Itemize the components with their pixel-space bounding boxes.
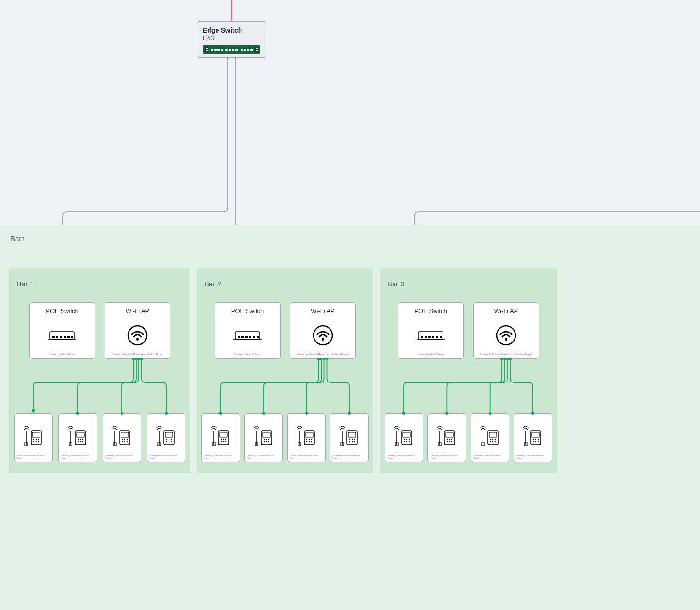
svg-point-50 — [122, 441, 123, 442]
bar-label: Bar 2 — [204, 280, 366, 288]
svg-point-40 — [78, 441, 79, 442]
svg-marker-66 — [31, 409, 36, 413]
svg-point-49 — [127, 439, 128, 440]
svg-rect-142 — [403, 432, 410, 437]
pos-terminal-node[interactable]: Created by Ruhan from the Noun Project — [514, 413, 552, 462]
svg-point-165 — [494, 439, 495, 440]
svg-point-30 — [33, 441, 34, 442]
pos-terminal-node[interactable]: Created by Ruhan from the Noun Project — [385, 413, 423, 462]
svg-point-52 — [127, 441, 128, 442]
poe-switch-node[interactable]: POE Switch Created by Alfan Zulkarni — [398, 302, 464, 359]
credit-text: Created by Ruhan from the Noun Project — [149, 455, 183, 460]
pos-terminal-icon — [296, 416, 317, 455]
svg-point-51 — [124, 441, 125, 442]
pos-terminal-icon — [111, 416, 133, 455]
pos-terminal-icon — [338, 416, 360, 455]
pos-terminal-node[interactable]: Created by Ruhan from the Noun Project — [14, 413, 53, 462]
svg-point-140 — [505, 338, 507, 341]
svg-point-61 — [169, 441, 169, 442]
svg-point-148 — [409, 441, 410, 442]
edge-switch-title: Edge Switch — [203, 26, 260, 34]
wifi-ap-icon — [495, 317, 517, 353]
svg-point-176 — [533, 441, 534, 442]
pos-terminal-icon — [155, 416, 177, 455]
pos-terminal-node[interactable]: Created by Ruhan from the Noun Project — [201, 413, 240, 462]
pos-terminal-node[interactable]: Created by Ruhan from the Noun Project — [244, 413, 283, 462]
svg-point-163 — [490, 439, 491, 440]
svg-point-86 — [223, 439, 224, 440]
svg-point-32 — [38, 441, 39, 442]
svg-rect-84 — [220, 432, 227, 437]
svg-rect-94 — [263, 432, 270, 437]
wifi-ap-node[interactable]: Wi-Fi AP Created by Poulrath Raerin from… — [290, 302, 356, 359]
svg-point-89 — [223, 441, 224, 442]
credit-text: Created by Ruhan from the Noun Project — [105, 455, 139, 460]
credit-text: Created by Poulrath Raerin from the Noun… — [112, 353, 164, 356]
svg-point-85 — [221, 439, 222, 440]
svg-point-118 — [349, 441, 350, 442]
svg-rect-137 — [436, 336, 438, 338]
pos-terminal-icon — [67, 416, 89, 455]
svg-point-178 — [538, 441, 539, 442]
pos-terminal-node[interactable]: Created by Ruhan from the Noun Project — [147, 413, 185, 462]
pos-terminal-node[interactable]: Created by Ruhan from the Noun Project — [330, 413, 369, 462]
svg-point-98 — [264, 441, 265, 442]
svg-point-106 — [309, 439, 310, 440]
svg-point-82 — [322, 338, 324, 341]
bar-label: Bar 3 — [387, 280, 549, 288]
pos-terminal-icon — [210, 416, 232, 455]
credit-text: Created by Ruhan from the Noun Project — [61, 455, 95, 460]
pos-terminal-node[interactable]: Created by Ruhan from the Noun Project — [58, 413, 97, 462]
svg-point-147 — [406, 441, 407, 442]
credit-text: Created by Poulrath Raerin from the Noun… — [297, 353, 349, 356]
poe-switch-node[interactable]: POE Switch Created by Alfan Zulkarni — [29, 302, 95, 359]
svg-point-57 — [166, 439, 167, 440]
pos-terminal-node[interactable]: Created by Ruhan from the Noun Project — [287, 413, 326, 462]
svg-point-173 — [533, 439, 534, 440]
diagram-canvas[interactable]: Edge Switch L2/3 Bars Bar 1 POE Switch — [0, 0, 700, 610]
svg-point-29 — [38, 439, 39, 440]
pos-terminal-icon — [522, 416, 544, 455]
svg-point-42 — [82, 441, 83, 442]
bars-group: Bars Bar 1 POE Switch — [0, 225, 700, 610]
svg-rect-136 — [432, 336, 434, 338]
svg-point-28 — [36, 439, 37, 440]
wifi-ap-node[interactable]: Wi-Fi AP Created by Poulrath Raerin from… — [105, 302, 170, 359]
svg-rect-162 — [489, 432, 497, 437]
svg-point-97 — [268, 439, 269, 440]
svg-point-155 — [451, 439, 452, 440]
svg-point-87 — [225, 439, 226, 440]
bar-group[interactable]: Bar 1 POE Switch Created by — [9, 268, 190, 473]
svg-point-168 — [494, 441, 495, 442]
svg-point-41 — [80, 441, 81, 442]
credit-text: Created by Poulrath Raerin from the Noun… — [480, 353, 532, 356]
poe-switch-node[interactable]: POE Switch Created by Alfan Zulkarni — [215, 302, 281, 359]
svg-point-144 — [406, 439, 407, 440]
svg-rect-77 — [245, 336, 248, 338]
pos-terminal-node[interactable]: Created by Ruhan from the Noun Project — [427, 413, 466, 462]
wifi-ap-node[interactable]: Wi-Fi AP Created by Poulrath Raerin from… — [473, 302, 539, 359]
svg-point-156 — [447, 441, 448, 442]
svg-point-164 — [492, 439, 493, 440]
svg-rect-104 — [306, 432, 313, 437]
edge-switch-node[interactable]: Edge Switch L2/3 — [197, 21, 266, 58]
pos-terminal-node[interactable]: Created by Ruhan from the Noun Project — [471, 413, 509, 462]
svg-point-177 — [535, 441, 536, 442]
bar-group[interactable]: Bar 3 POE Switch Created by — [380, 268, 557, 473]
svg-point-115 — [349, 439, 350, 440]
svg-point-62 — [171, 441, 172, 442]
credit-text: Created by Alfan Zulkarni — [49, 353, 75, 356]
bar-group[interactable]: Bar 2 POE Switch Created by — [197, 268, 373, 473]
svg-rect-152 — [446, 432, 453, 437]
svg-point-48 — [124, 439, 125, 440]
poe-switch-label: POE Switch — [414, 308, 447, 315]
credit-text: Created by Alfan Zulkarni — [234, 353, 260, 356]
svg-point-143 — [404, 439, 405, 440]
pos-terminal-node[interactable]: Created by Ruhan from the Noun Project — [103, 413, 141, 462]
svg-rect-20 — [64, 336, 66, 338]
svg-point-116 — [352, 439, 353, 440]
svg-rect-17 — [52, 336, 55, 338]
svg-rect-78 — [249, 336, 251, 338]
svg-rect-22 — [71, 336, 73, 338]
svg-point-24 — [136, 338, 139, 341]
